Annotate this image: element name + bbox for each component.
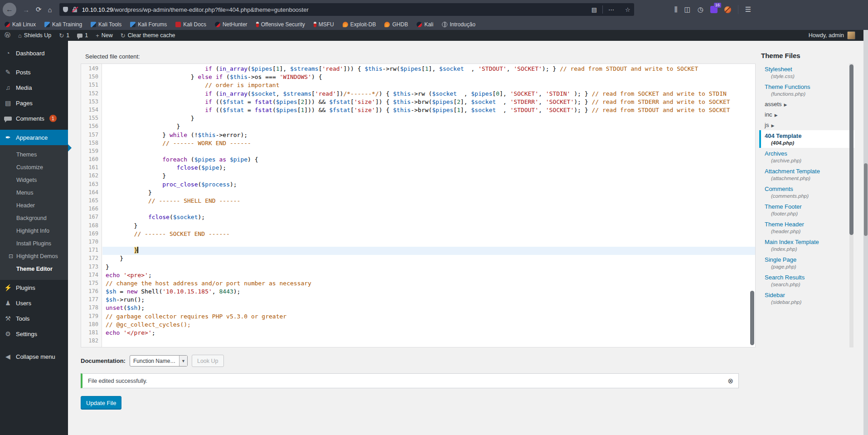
- code-line[interactable]: }: [102, 172, 755, 181]
- bookmark-item[interactable]: GHDB: [384, 21, 408, 28]
- bookmark-star-icon[interactable]: ☆: [625, 6, 630, 13]
- sidebar-item-tools[interactable]: ⚒Tools: [0, 311, 68, 326]
- permissions-shield-icon[interactable]: [63, 7, 68, 12]
- admin-bar-account[interactable]: Howdy, admin: [809, 31, 855, 39]
- code-line[interactable]: [102, 205, 755, 214]
- code-line[interactable]: echo '<pre>';: [102, 272, 755, 280]
- sidebar-item-media[interactable]: ♫Media: [0, 80, 68, 95]
- admin-bar-item[interactable]: ↻1: [59, 32, 69, 39]
- submenu-item-background[interactable]: Background: [0, 212, 68, 225]
- theme-file-footer.php[interactable]: Theme Footer(footer.php): [759, 201, 855, 219]
- home-button[interactable]: ⌂: [48, 6, 52, 14]
- code-line[interactable]: // ------ WORK END ------: [102, 140, 755, 148]
- bookmark-item[interactable]: Kali Training: [44, 21, 82, 28]
- code-line[interactable]: if (($fstat = fstat($pipes[1])) && $fsta…: [102, 107, 755, 115]
- submenu-item-highlight-demos[interactable]: ⊡Highlight Demos: [0, 250, 68, 263]
- forward-button[interactable]: →: [23, 6, 29, 14]
- code-line[interactable]: }: [102, 115, 755, 123]
- code-line[interactable]: }: [102, 189, 755, 197]
- submenu-item-highlight-info[interactable]: Highlight Info: [0, 225, 68, 237]
- reader-mode-icon[interactable]: ▤: [592, 6, 597, 13]
- theme-file-search.php[interactable]: Search Results(search.php): [759, 272, 855, 289]
- admin-bar-item[interactable]: 1: [77, 32, 88, 39]
- code-line[interactable]: echo '</pre>';: [102, 329, 755, 337]
- code-line[interactable]: // ------ SOCKET END ------: [102, 230, 755, 239]
- code-line[interactable]: [102, 148, 755, 156]
- sidebar-item-appearance[interactable]: ✒Appearance: [0, 130, 68, 145]
- update-file-button[interactable]: Update File: [81, 396, 121, 410]
- theme-file-sidebar.php[interactable]: Sidebar(sidebar.php): [759, 289, 855, 307]
- code-line[interactable]: } else if ($this->os === 'WINDOWS') {: [102, 73, 755, 82]
- theme-file-comments.php[interactable]: Comments(comments.php): [759, 183, 855, 201]
- sidebar-toggle-icon[interactable]: ◫: [684, 5, 691, 14]
- theme-file-index.php[interactable]: Main Index Template(index.php): [759, 236, 855, 254]
- code-line[interactable]: } while (!$this->error);: [102, 132, 755, 140]
- bookmark-item[interactable]: Offensive Security: [256, 21, 305, 28]
- bookmark-item[interactable]: Kali Tools: [91, 21, 121, 28]
- theme-files-scrollbar[interactable]: [849, 64, 853, 347]
- code-line[interactable]: }: [102, 123, 755, 131]
- page-scrollbar-thumb[interactable]: [864, 163, 868, 236]
- code-line[interactable]: // ------ SHELL END ------: [102, 197, 755, 205]
- admin-bar-item[interactable]: +New: [96, 32, 113, 39]
- sidebar-item-posts[interactable]: ✎Posts: [0, 64, 68, 80]
- bookmark-item[interactable]: Kali Docs: [175, 21, 206, 28]
- menu-hamburger-icon[interactable]: ☰: [745, 5, 751, 14]
- submenu-item-install-plugins[interactable]: Install Plugins: [0, 237, 68, 250]
- theme-folder-assets[interactable]: assets▶: [759, 99, 855, 109]
- code-line[interactable]: }: [102, 247, 755, 255]
- page-actions-icon[interactable]: ⋯: [608, 6, 614, 13]
- code-line[interactable]: unset($sh);: [102, 304, 755, 313]
- theme-folder-js[interactable]: js▶: [759, 120, 855, 130]
- code-line[interactable]: fclose($pipe);: [102, 164, 755, 172]
- theme-folder-inc[interactable]: inc▶: [759, 109, 855, 120]
- theme-file-attachment.php[interactable]: Attachment Template(attachment.php): [759, 166, 855, 183]
- submenu-item-theme-editor[interactable]: Theme Editor: [0, 263, 68, 275]
- code-line[interactable]: foreach ($pipes as $pipe) {: [102, 156, 755, 164]
- sidebar-item-dashboard[interactable]: ◔Dashboard: [0, 45, 68, 61]
- theme-file-archive.php[interactable]: Archives(archive.php): [759, 148, 855, 166]
- sidebar-item-users[interactable]: ♟Users: [0, 295, 68, 311]
- theme-file-functions.php[interactable]: Theme Functions(functions.php): [759, 81, 855, 99]
- extension-icon[interactable]: 16: [710, 6, 718, 13]
- bookmark-item[interactable]: Kali Forums: [130, 21, 167, 28]
- sidebar-item-comments[interactable]: Comments1: [0, 111, 68, 126]
- code-line[interactable]: // @gc_collect_cycles();: [102, 321, 755, 329]
- url-bar[interactable]: 10.10.10.29/wordpress/wp-admin/theme-edi…: [59, 3, 634, 16]
- theme-files-scrollbar-thumb[interactable]: [849, 64, 853, 235]
- library-icon[interactable]: ⫼: [674, 5, 678, 14]
- code-line[interactable]: if (in_array($pipes[1], $streams['read']…: [102, 65, 755, 73]
- code-line[interactable]: if (($fstat = fstat($pipes[2])) && $fsta…: [102, 98, 755, 107]
- bookmark-item[interactable]: Exploit-DB: [343, 21, 376, 28]
- code-line[interactable]: // change the host address and/or port n…: [102, 280, 755, 288]
- sidebar-item-settings[interactable]: ⚙Settings: [0, 326, 68, 342]
- code-line[interactable]: fclose($socket);: [102, 214, 755, 222]
- submenu-item-themes[interactable]: Themes: [0, 148, 68, 161]
- code-line[interactable]: [102, 239, 755, 247]
- lookup-button[interactable]: Look Up: [192, 355, 224, 367]
- theme-file-page.php[interactable]: Single Page(page.php): [759, 254, 855, 272]
- code-line[interactable]: }: [102, 255, 755, 263]
- proxy-extension-icon[interactable]: [724, 6, 731, 13]
- code-line[interactable]: proc_close($process);: [102, 181, 755, 189]
- code-line[interactable]: // order is important: [102, 82, 755, 90]
- collapse-menu-button[interactable]: ◀Collapse menu: [0, 349, 68, 364]
- theme-file-header.php[interactable]: Theme Header(header.php): [759, 219, 855, 236]
- back-button[interactable]: ←: [3, 3, 16, 16]
- submenu-item-header[interactable]: Header: [0, 199, 68, 212]
- bookmark-item[interactable]: Kali Linux: [5, 21, 36, 28]
- bookmark-item[interactable]: Introdução: [442, 21, 475, 28]
- submenu-item-menus[interactable]: Menus: [0, 186, 68, 199]
- code-line[interactable]: // garbage collector requires PHP v5.3.0…: [102, 313, 755, 321]
- code-line[interactable]: }: [102, 222, 755, 230]
- insecure-lock-icon[interactable]: [72, 7, 78, 13]
- code-line[interactable]: $sh->run();: [102, 296, 755, 304]
- admin-bar-item[interactable]: ⌂Shields Up: [18, 32, 51, 39]
- editor-code-pane[interactable]: if (in_array($pipes[1], $streams['read']…: [102, 64, 755, 346]
- theme-file-404.php[interactable]: 404 Template(404.php): [759, 130, 855, 148]
- theme-file-style.css[interactable]: Stylesheet(style.css): [759, 64, 855, 81]
- history-clock-icon[interactable]: ◷: [698, 5, 703, 14]
- bookmark-item[interactable]: NetHunter: [215, 21, 247, 28]
- sidebar-item-plugins[interactable]: ⚡Plugins: [0, 280, 68, 295]
- code-editor[interactable]: 1491501511521531541551561571581591601611…: [81, 64, 756, 347]
